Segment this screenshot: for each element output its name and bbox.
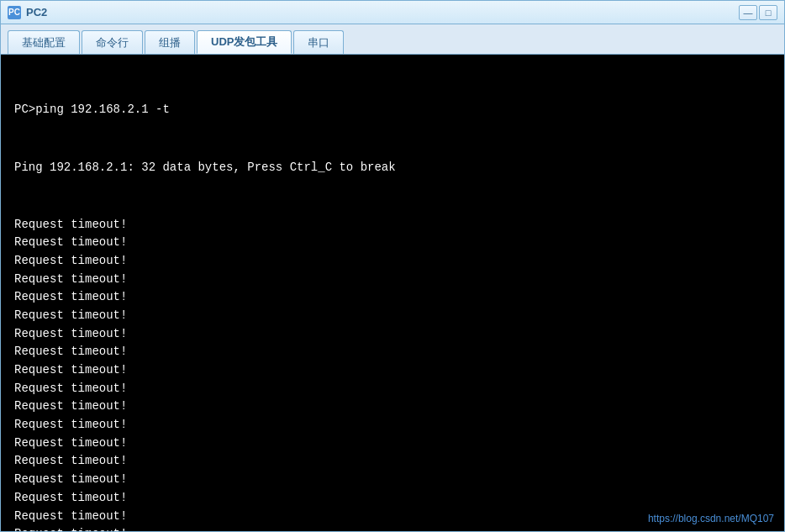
window-title: PC2 xyxy=(26,6,47,18)
terminal-area[interactable]: PC>ping 192.168.2.1 -t Ping 192.168.2.1:… xyxy=(1,55,784,531)
timeout-line: Request timeout! xyxy=(14,452,771,471)
main-window: PC PC2 — □ 基础配置 命令行 组播 UDP发包工具 串口 PC>pin… xyxy=(0,0,785,532)
maximize-button[interactable]: □ xyxy=(759,5,777,20)
terminal-info: Ping 192.168.2.1: 32 data bytes, Press C… xyxy=(14,159,771,177)
terminal-command: PC>ping 192.168.2.1 -t xyxy=(14,101,771,119)
timeout-line: Request timeout! xyxy=(14,271,771,289)
tabs-bar: 基础配置 命令行 组播 UDP发包工具 串口 xyxy=(1,24,784,55)
tab-udp-tool[interactable]: UDP发包工具 xyxy=(197,30,292,54)
timeout-line: Request timeout! xyxy=(14,435,771,453)
minimize-button[interactable]: — xyxy=(739,5,757,20)
title-bar: PC PC2 — □ xyxy=(1,1,784,24)
terminal-output: PC>ping 192.168.2.1 -t Ping 192.168.2.1:… xyxy=(14,65,771,531)
timeout-line: Request timeout! xyxy=(14,471,771,489)
tab-command-line[interactable]: 命令行 xyxy=(82,30,143,54)
timeout-line: Request timeout! xyxy=(14,416,771,435)
timeout-line: Request timeout! xyxy=(14,216,771,234)
timeout-line: Request timeout! xyxy=(14,525,771,531)
timeout-line: Request timeout! xyxy=(14,325,771,344)
window-controls: — □ xyxy=(739,5,777,20)
timeout-line: Request timeout! xyxy=(14,288,771,307)
title-bar-left: PC PC2 xyxy=(8,6,47,19)
tab-serial[interactable]: 串口 xyxy=(293,30,344,54)
tab-multicast[interactable]: 组播 xyxy=(145,30,195,54)
timeout-line: Request timeout! xyxy=(14,343,771,361)
timeout-line: Request timeout! xyxy=(14,380,771,398)
tab-basic-config[interactable]: 基础配置 xyxy=(8,30,80,54)
timeout-line: Request timeout! xyxy=(14,361,771,380)
watermark: https://blog.csdn.net/MQ107 xyxy=(648,513,774,524)
timeout-line: Request timeout! xyxy=(14,252,771,271)
timeout-line: Request timeout! xyxy=(14,489,771,508)
app-icon: PC xyxy=(8,6,21,19)
timeout-line: Request timeout! xyxy=(14,307,771,325)
timeout-line: Request timeout! xyxy=(14,398,771,416)
timeout-line: Request timeout! xyxy=(14,234,771,252)
